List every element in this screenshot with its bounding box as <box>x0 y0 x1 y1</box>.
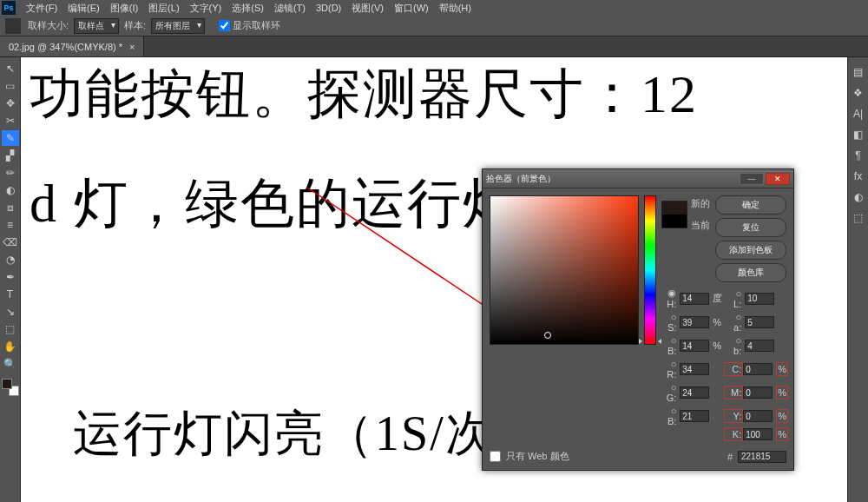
label-current: 当前 <box>691 219 710 232</box>
label-bb: ○ b: <box>726 335 741 356</box>
tab-close-icon[interactable]: × <box>129 42 135 52</box>
menu-layer[interactable]: 图层(L) <box>143 2 184 15</box>
document-text: 运行灯闪亮（1S/次） <box>73 401 546 467</box>
h-field[interactable] <box>680 293 709 305</box>
lasso-tool-icon[interactable]: ✥ <box>2 96 19 111</box>
panel-icon[interactable]: fx <box>850 168 867 184</box>
current-color <box>662 215 687 228</box>
menubar: Ps 文件(F) 编辑(E) 图像(I) 图层(L) 文字(Y) 选择(S) 滤… <box>0 0 868 16</box>
menu-image[interactable]: 图像(I) <box>105 2 143 15</box>
menu-file[interactable]: 文件(F) <box>21 2 62 15</box>
label-sample-size: 取样大小: <box>28 19 69 32</box>
color-library-button[interactable]: 颜色库 <box>715 263 786 282</box>
label-bb2: ○ B: <box>661 406 676 426</box>
marquee-tool-icon[interactable]: ▭ <box>2 78 19 94</box>
label-m: M: <box>724 386 743 400</box>
app-logo: Ps <box>2 1 16 15</box>
menu-view[interactable]: 视图(V) <box>346 2 389 15</box>
tools-panel: ↖ ▭ ✥ ✂ ✎ ▞ ✏ ◐ ⧈ ≡ ⌫ ◔ ✒ T ↘ ⬚ ✋ 🔍 <box>0 57 21 502</box>
close-icon[interactable]: ✕ <box>766 173 790 185</box>
move-tool-icon[interactable]: ↖ <box>2 61 19 76</box>
s-field[interactable] <box>680 316 709 328</box>
bv-field[interactable] <box>680 340 709 352</box>
panel-icon[interactable]: ▤ <box>850 64 867 80</box>
b-field[interactable] <box>745 340 774 352</box>
menu-help[interactable]: 帮助(H) <box>434 2 477 15</box>
saturation-value-field[interactable] <box>490 195 639 345</box>
pen-tool-icon[interactable]: ✒ <box>2 269 19 285</box>
hue-cursor <box>642 339 658 344</box>
panel-icon[interactable]: ⬚ <box>850 210 867 226</box>
panel-icon[interactable]: ¶ <box>850 148 867 163</box>
shape-tool-icon[interactable]: ⬚ <box>2 321 19 337</box>
sample-size-select[interactable]: 取样点 <box>74 18 119 34</box>
menu-filter[interactable]: 滤镜(T) <box>269 2 311 15</box>
new-color <box>662 201 687 215</box>
label-b: ○ B: <box>661 335 676 356</box>
color-picker-dialog: 拾色器（前景色） — ✕ 新的 当前 <box>482 168 794 471</box>
label-l: ○ L: <box>726 288 741 309</box>
y-field[interactable] <box>743 410 773 422</box>
panel-icon[interactable]: ◐ <box>850 189 867 205</box>
brush-tool-icon[interactable]: ✏ <box>2 165 19 181</box>
label-sample: 样本: <box>124 19 146 32</box>
history-brush-icon[interactable]: ⧈ <box>2 200 19 215</box>
dialog-title: 拾色器（前景色） <box>486 173 556 185</box>
k-field[interactable] <box>743 428 773 440</box>
m-field[interactable] <box>743 386 773 399</box>
dodge-tool-icon[interactable]: ◔ <box>2 252 19 268</box>
label-g: ○ G: <box>661 382 676 403</box>
menu-edit[interactable]: 编辑(E) <box>62 2 105 15</box>
add-swatch-button[interactable]: 添加到色板 <box>715 241 786 260</box>
menu-window[interactable]: 窗口(W) <box>389 2 434 15</box>
c-field[interactable] <box>743 363 773 375</box>
panel-icon[interactable]: A| <box>850 106 867 122</box>
cancel-button[interactable]: 复位 <box>715 218 786 237</box>
document-tab[interactable]: 02.jpg @ 347%(CMYK/8) * × <box>0 36 144 56</box>
ok-button[interactable]: 确定 <box>715 195 786 215</box>
menu-3d[interactable]: 3D(D) <box>311 3 346 13</box>
panels-dock: ▤ ❖ A| ◧ ¶ fx ◐ ⬚ <box>847 57 868 502</box>
panel-icon[interactable]: ◧ <box>850 127 867 142</box>
foreground-swatch[interactable] <box>2 379 12 389</box>
l-field[interactable] <box>745 293 774 305</box>
eyedropper-tool-icon <box>5 18 21 34</box>
color-preview <box>661 201 687 228</box>
menu-select[interactable]: 选择(S) <box>227 2 269 15</box>
document-text: 功能按钮。探测器尺寸：12 <box>30 57 698 130</box>
show-ring-label: 显示取样环 <box>233 19 280 32</box>
webonly-checkbox[interactable] <box>490 451 501 462</box>
type-tool-icon[interactable]: T <box>2 287 19 302</box>
label-s: ○ S: <box>661 312 676 333</box>
hex-field[interactable] <box>738 451 786 463</box>
document-tabs: 02.jpg @ 347%(CMYK/8) * × <box>0 36 868 57</box>
options-bar: 取样大小: 取样点 样本: 所有图层 显示取样环 <box>0 16 868 36</box>
a-field[interactable] <box>745 316 774 328</box>
gradient-tool-icon[interactable]: ≡ <box>2 217 19 233</box>
dialog-titlebar[interactable]: 拾色器（前景色） — ✕ <box>483 169 793 188</box>
label-c: C: <box>724 362 743 376</box>
hand-tool-icon[interactable]: ✋ <box>2 339 19 354</box>
show-ring-checkbox[interactable] <box>219 20 230 31</box>
menu-type[interactable]: 文字(Y) <box>185 2 227 15</box>
crop-tool-icon[interactable]: ✂ <box>2 113 19 129</box>
hue-slider[interactable] <box>644 195 656 345</box>
label-k: K: <box>724 427 743 441</box>
panel-icon[interactable]: ❖ <box>850 85 867 101</box>
tab-label: 02.jpg @ 347%(CMYK/8) * <box>9 42 122 52</box>
eraser-tool-icon[interactable]: ⌫ <box>2 234 19 250</box>
eyedropper-tool-icon[interactable]: ✎ <box>2 130 19 146</box>
label-new: 新的 <box>691 197 710 210</box>
minimize-icon[interactable]: — <box>740 173 764 185</box>
heal-tool-icon[interactable]: ▞ <box>2 148 19 163</box>
stamp-tool-icon[interactable]: ◐ <box>2 182 19 198</box>
r-field[interactable] <box>680 363 709 375</box>
color-swatches[interactable] <box>2 379 19 396</box>
zoom-tool-icon[interactable]: 🔍 <box>2 356 19 372</box>
label-a: ○ a: <box>726 312 741 333</box>
webonly-label: 只有 Web 颜色 <box>506 450 569 463</box>
g-field[interactable] <box>680 386 709 399</box>
path-select-icon[interactable]: ↘ <box>2 304 19 320</box>
sample-select[interactable]: 所有图层 <box>151 18 205 34</box>
bb-field[interactable] <box>680 410 709 422</box>
